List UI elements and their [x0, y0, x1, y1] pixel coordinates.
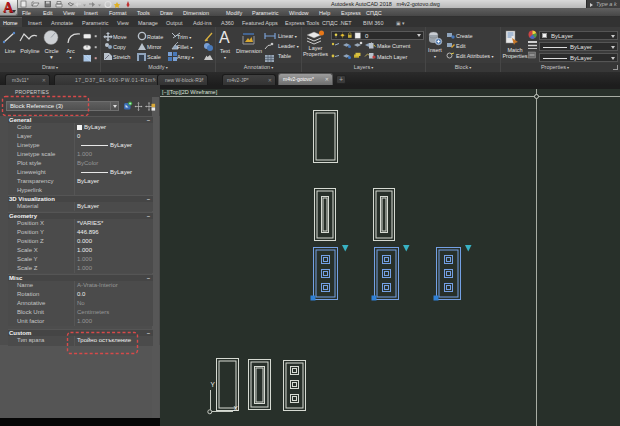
svg-text:Y: Y: [211, 381, 216, 388]
svg-text:X: X: [234, 405, 239, 412]
